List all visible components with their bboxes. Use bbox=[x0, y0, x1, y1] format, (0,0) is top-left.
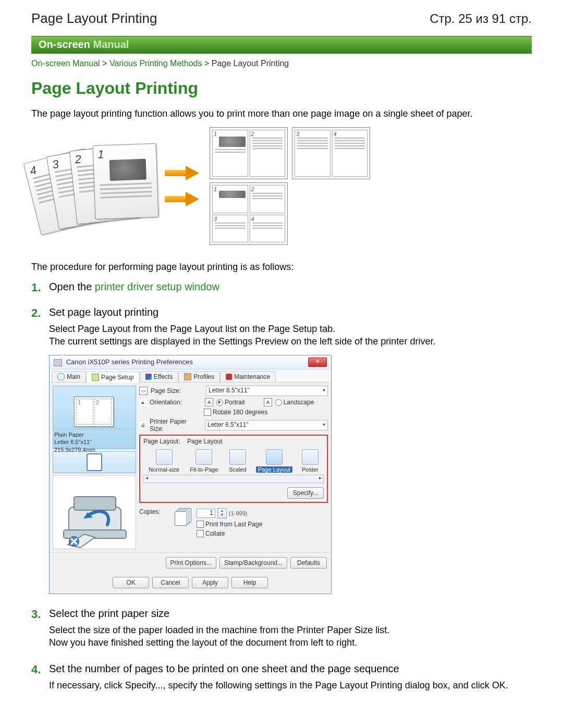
copies-input[interactable]: 1 bbox=[197, 509, 215, 518]
intro-text: The page layout printing function allows… bbox=[31, 107, 532, 120]
layout-option-scaled[interactable]: Scaled bbox=[228, 449, 248, 473]
poster-icon bbox=[302, 449, 319, 465]
printer-icon bbox=[54, 359, 62, 366]
breadcrumb-link-methods[interactable]: Various Printing Methods bbox=[109, 59, 202, 68]
step3-body-line2: Now you have finished setting the layout… bbox=[49, 636, 532, 649]
page-layout-group: Page Layout: Page Layout Normal-size Fit… bbox=[139, 435, 328, 503]
dialog-title: Canon iX510P series Printing Preferences bbox=[66, 358, 193, 366]
step3-body-line1: Select the size of the paper loaded in t… bbox=[49, 624, 532, 636]
collate-checkbox[interactable]: Collate bbox=[197, 530, 262, 537]
banner-manual: Manual bbox=[93, 39, 129, 50]
preview-paper-size: Letter 8.5"x11" 215.9x279.4mm bbox=[54, 438, 133, 453]
page-layout-value: Page Layout bbox=[187, 438, 222, 445]
scaled-icon bbox=[229, 449, 246, 465]
ok-button[interactable]: OK bbox=[113, 577, 149, 588]
help-button[interactable]: Help bbox=[231, 577, 268, 588]
settings-preview: 1 2 Plain Paper Letter 8.5"x11" 215.9x27… bbox=[53, 386, 136, 449]
fit-to-page-icon bbox=[195, 449, 212, 465]
close-button[interactable]: ✕ bbox=[308, 357, 327, 367]
refresh-icon bbox=[57, 373, 65, 380]
printer-paper-size-label: Printer Paper Size: bbox=[150, 418, 202, 433]
breadcrumb-sep: > bbox=[102, 59, 109, 68]
stamp-background-button[interactable]: Stamp/Background... bbox=[219, 557, 287, 569]
arrow-icon bbox=[165, 193, 201, 205]
tab-effects[interactable]: Effects bbox=[140, 371, 178, 382]
breadcrumb-current: Page Layout Printing bbox=[212, 59, 289, 68]
portrait-icon: A bbox=[205, 398, 213, 406]
paper-slot-icon bbox=[53, 451, 136, 473]
step2-body-line2: The current settings are displayed in th… bbox=[49, 335, 532, 348]
print-options-button[interactable]: Print Options... bbox=[166, 557, 216, 569]
preview-page-1: 1 bbox=[76, 399, 93, 425]
preview-media-type: Plain Paper bbox=[54, 431, 133, 438]
banner-on: On-screen bbox=[39, 39, 90, 50]
orientation-icon: ▲ bbox=[139, 399, 146, 406]
orientation-label: Orientation: bbox=[150, 399, 202, 406]
page-layout-icon bbox=[266, 449, 283, 465]
layout-option-normal[interactable]: Normal-size bbox=[148, 449, 180, 473]
copies-label: Copies: bbox=[139, 508, 170, 515]
page-size-icon: ▭ bbox=[139, 387, 148, 395]
layout-option-fit[interactable]: Fit-to-Page bbox=[189, 449, 219, 473]
print-last-checkbox[interactable]: Print from Last Page bbox=[197, 521, 262, 528]
tab-profiles[interactable]: Profiles bbox=[178, 371, 220, 382]
page-icon bbox=[92, 374, 99, 381]
printer-driver-link[interactable]: printer driver setup window bbox=[95, 281, 219, 292]
breadcrumb: On-screen Manual > Various Printing Meth… bbox=[31, 59, 532, 68]
step2-body-line1: Select Page Layout from the Page Layout … bbox=[49, 323, 532, 335]
breadcrumb-link-manual[interactable]: On-screen Manual bbox=[31, 59, 100, 68]
page-size-label: Page Size: bbox=[151, 387, 203, 394]
page-number: Стр. 25 из 91 стр. bbox=[430, 11, 532, 26]
tab-maintenance[interactable]: Maintenance bbox=[220, 371, 276, 382]
printing-preferences-dialog: Canon iX510P series Printing Preferences… bbox=[49, 355, 332, 594]
illustration: 4 3 2 1 1 2 3 4 bbox=[31, 127, 532, 245]
specify-button[interactable]: Specify... bbox=[287, 487, 324, 499]
page-size-combo[interactable]: Letter 8.5"x11" bbox=[206, 386, 328, 396]
svg-rect-1 bbox=[74, 497, 116, 510]
illustration-result-sheets: 1 2 3 4 1 2 3 4 bbox=[210, 127, 370, 245]
defaults-button[interactable]: Defaults bbox=[290, 557, 327, 569]
portrait-radio[interactable]: Portrait bbox=[216, 399, 245, 406]
step1-prefix: Open the bbox=[49, 281, 95, 292]
tab-page-setup[interactable]: Page Setup bbox=[86, 372, 140, 382]
rotate-checkbox[interactable]: Rotate 180 degrees bbox=[204, 409, 267, 416]
printer-paper-size-combo[interactable]: Letter 8.5"x11" bbox=[205, 420, 328, 430]
procedure-intro: The procedure for performing page layout… bbox=[31, 261, 532, 273]
step4-body-line1: If necessary, click Specify..., specify … bbox=[49, 679, 532, 692]
normal-size-icon bbox=[156, 449, 173, 465]
layout-option-page-layout[interactable]: Page Layout bbox=[256, 449, 292, 473]
apply-button[interactable]: Apply bbox=[192, 577, 228, 588]
landscape-icon: A bbox=[264, 398, 272, 406]
page-header-title: Page Layout Printing bbox=[31, 10, 157, 27]
arrow-icon bbox=[165, 167, 201, 179]
copies-range: (1-999) bbox=[229, 510, 247, 516]
landscape-radio[interactable]: Landscape bbox=[275, 399, 314, 406]
tab-main[interactable]: Main bbox=[52, 371, 86, 382]
page-title: Page Layout Printing bbox=[31, 79, 532, 98]
copies-spinner[interactable]: ▲▼ bbox=[217, 508, 227, 519]
printer-illustration bbox=[53, 475, 136, 549]
layout-option-poster[interactable]: Poster bbox=[301, 449, 320, 473]
maintenance-icon bbox=[226, 374, 232, 380]
preview-page-2: 2 bbox=[94, 399, 112, 425]
brush-icon bbox=[145, 374, 152, 380]
profiles-icon bbox=[184, 373, 191, 380]
copies-icon bbox=[175, 508, 192, 524]
manual-banner: On-screen Manual bbox=[31, 36, 532, 54]
illustration-pages-stack: 4 3 2 1 bbox=[31, 144, 156, 228]
printer-paper-icon: 🖨 bbox=[139, 422, 146, 429]
page-layout-label: Page Layout: bbox=[143, 438, 180, 445]
layout-scrollbar[interactable] bbox=[143, 475, 324, 483]
step4-title: Set the number of pages to be printed on… bbox=[49, 663, 532, 675]
breadcrumb-sep: > bbox=[204, 59, 212, 68]
cancel-button[interactable]: Cancel bbox=[152, 577, 189, 588]
step3-title: Select the print paper size bbox=[49, 608, 532, 620]
step2-title: Set page layout printing bbox=[49, 306, 532, 318]
